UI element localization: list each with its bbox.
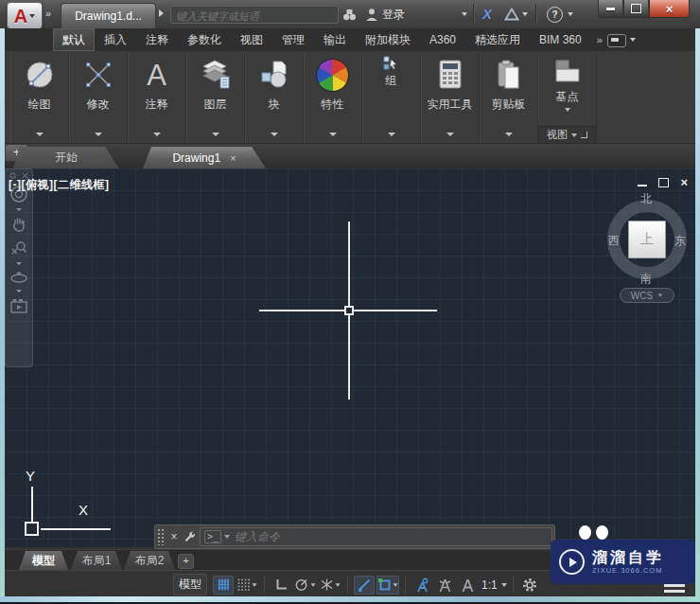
ortho-mode-icon[interactable] <box>271 576 291 595</box>
annotation-autoscale-icon[interactable] <box>434 576 455 595</box>
panel-expand-icon[interactable] <box>36 133 44 136</box>
grid-dropdown-icon[interactable] <box>252 583 256 586</box>
doc-tab-arrow-icon[interactable] <box>159 9 164 17</box>
ribbon-tab-bim360[interactable]: BIM 360 <box>530 28 591 51</box>
minimize-button[interactable] <box>598 0 623 18</box>
file-tab-close-icon[interactable]: × <box>230 152 236 164</box>
annotation-visibility-icon[interactable] <box>411 576 432 595</box>
drawing-close-icon[interactable]: × <box>680 177 688 188</box>
layout-tab-layout2[interactable]: 布局2 <box>124 551 175 570</box>
isolate-objects-gear-icon[interactable] <box>519 576 540 595</box>
panel-expand-icon[interactable] <box>212 133 219 136</box>
login-button[interactable]: 登录 <box>382 6 405 23</box>
command-customize-wrench-icon[interactable] <box>183 530 196 543</box>
quick-access-expand-button[interactable]: » <box>45 8 50 19</box>
ribbon-tab-parametric[interactable]: 参数化 <box>178 28 231 51</box>
panel-layers[interactable]: 图层 <box>186 51 245 143</box>
panel-expand-icon[interactable] <box>329 133 337 136</box>
isometric-drafting-icon[interactable] <box>319 576 341 595</box>
user-icon[interactable] <box>365 6 378 23</box>
layout-tab-model[interactable]: 模型 <box>19 551 68 570</box>
panel-block[interactable]: 块 <box>245 51 304 143</box>
ribbon-tab-output[interactable]: 输出 <box>314 28 356 51</box>
panel-expand-icon[interactable] <box>271 133 278 136</box>
close-button[interactable]: × <box>649 0 690 18</box>
panel-properties[interactable]: 特性 <box>304 51 362 143</box>
command-drag-grip[interactable] <box>157 528 166 545</box>
ribbon-tab-view[interactable]: 视图 <box>231 28 272 51</box>
ribbon-tab-manage[interactable]: 管理 <box>272 28 314 51</box>
autodesk-exchange-icon[interactable]: X <box>482 5 492 22</box>
ribbon-tab-addins[interactable]: 附加模块 <box>356 28 420 51</box>
orbit-icon[interactable] <box>9 270 28 285</box>
panel-view[interactable]: 基点 视图 <box>538 51 597 143</box>
ribbon-tab-overflow-button[interactable]: » <box>591 28 607 51</box>
search-input[interactable] <box>171 9 338 25</box>
view-panel-dropdown-icon[interactable] <box>571 133 577 137</box>
application-menu-button[interactable]: A <box>7 2 43 29</box>
grid-display-icon[interactable] <box>236 576 258 595</box>
ribbon-options-dropdown-icon[interactable] <box>630 38 636 42</box>
ribbon-tab-a360[interactable]: A360 <box>420 28 465 51</box>
viewcube-north-label[interactable]: 北 <box>640 191 652 207</box>
view-panel-footer[interactable]: 视图 <box>538 126 596 143</box>
showmotion-icon[interactable] <box>9 297 28 314</box>
panel-group[interactable]: 组 <box>362 51 421 143</box>
command-recent-dropdown-icon[interactable] <box>224 535 230 539</box>
annotation-scale-value[interactable]: 1:1 <box>481 578 498 592</box>
panel-annotate[interactable]: A 注释 <box>128 51 186 143</box>
panel-expand-icon[interactable] <box>446 133 454 136</box>
restore-button[interactable] <box>623 0 649 18</box>
new-layout-button[interactable]: + <box>178 554 194 569</box>
ribbon-display-options-icon[interactable] <box>607 34 626 47</box>
osnap-dropdown-icon[interactable] <box>393 583 397 586</box>
navigation-bar[interactable] <box>5 169 33 367</box>
file-tab-start[interactable]: 开始 <box>13 147 119 169</box>
titlebar-document-tab[interactable]: Drawing1.d... <box>61 3 156 28</box>
steering-wheel-icon[interactable] <box>9 185 28 204</box>
viewcube-south-label[interactable]: 南 <box>640 271 652 287</box>
object-snap-tracking-icon[interactable] <box>354 576 375 595</box>
drawing-restore-icon[interactable] <box>658 178 669 187</box>
scale-dropdown-icon[interactable] <box>501 583 507 587</box>
panel-expand-icon[interactable] <box>505 133 513 136</box>
command-close-icon[interactable]: × <box>166 530 183 543</box>
polar-tracking-icon[interactable] <box>293 576 317 595</box>
a360-dropdown-icon[interactable] <box>522 6 528 23</box>
command-line-bar[interactable]: × >_ <box>154 524 555 549</box>
panel-expand-icon[interactable] <box>388 133 395 136</box>
layout-tab-layout1[interactable]: 布局1 <box>71 551 122 570</box>
dialog-launcher-icon[interactable] <box>581 132 587 138</box>
viewcube-west-label[interactable]: 西 <box>608 233 620 249</box>
panel-utilities[interactable]: 实用工具 <box>421 51 480 143</box>
file-tab-drawing1[interactable]: Drawing1 × <box>143 147 266 169</box>
a360-icon[interactable] <box>504 6 519 23</box>
drawing-canvas[interactable]: [-][俯视][二维线框] × 北 西 东 南 上 WCS <box>5 169 695 547</box>
panel-draw[interactable]: 绘图 <box>10 51 69 143</box>
viewcube-top-face[interactable]: 上 <box>628 221 666 258</box>
panel-expand-icon[interactable] <box>95 133 102 136</box>
model-space-indicator[interactable]: 模型 <box>173 574 207 595</box>
orbit-dropdown-icon[interactable] <box>16 290 22 293</box>
help-icon[interactable]: ? <box>547 6 563 23</box>
polar-dropdown-icon[interactable] <box>310 583 315 586</box>
navbar-dropdown-icon[interactable] <box>16 208 22 211</box>
pan-hand-icon[interactable] <box>10 216 27 233</box>
viewcube-east-label[interactable]: 东 <box>674 233 686 249</box>
command-input-field[interactable]: >_ <box>200 527 552 546</box>
panel-expand-icon[interactable] <box>153 133 161 136</box>
ucs-origin-box[interactable] <box>25 522 39 536</box>
object-snap-icon[interactable] <box>376 576 399 595</box>
wcs-button[interactable]: WCS <box>620 288 674 303</box>
help-dropdown-icon[interactable] <box>568 6 573 23</box>
panel-modify[interactable]: 修改 <box>69 51 128 143</box>
drawing-minimize-icon[interactable] <box>638 185 647 187</box>
search-box[interactable] <box>170 6 339 24</box>
snap-grid-icon[interactable] <box>213 576 234 595</box>
annotation-scale-icon[interactable] <box>457 576 478 595</box>
ribbon-tab-annotate[interactable]: 注释 <box>136 28 178 51</box>
login-dropdown-icon[interactable] <box>462 6 467 23</box>
zoom-icon[interactable] <box>10 240 27 258</box>
ribbon-tab-default[interactable]: 默认 <box>53 28 95 51</box>
command-prompt-icon[interactable]: >_ <box>204 530 221 543</box>
